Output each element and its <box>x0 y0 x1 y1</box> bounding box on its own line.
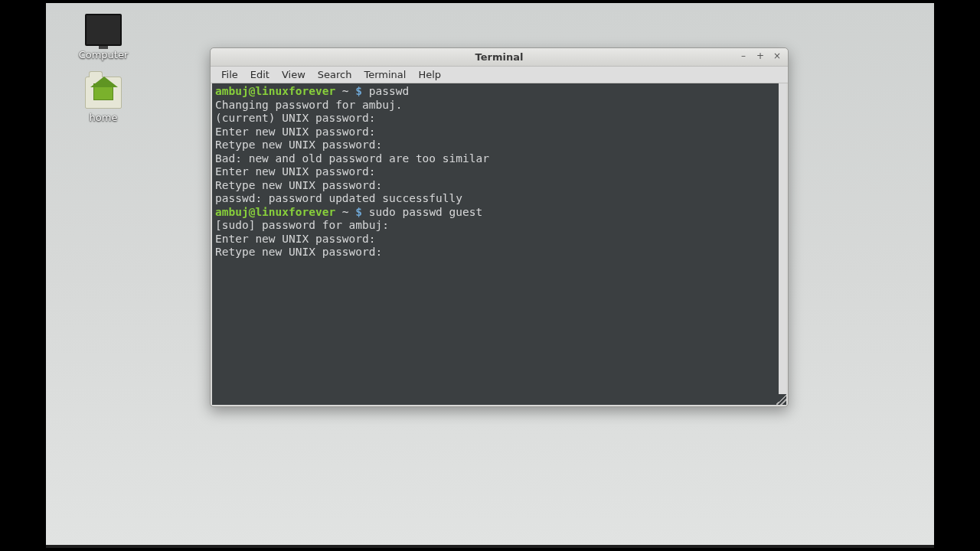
computer-icon <box>85 14 122 46</box>
terminal-line: Enter new UNIX password: <box>215 126 783 139</box>
terminal-line: passwd: password updated successfully <box>215 192 783 206</box>
terminal-line: Changing password for ambuj. <box>215 99 783 112</box>
terminal-line: Retype new UNIX password: <box>215 179 783 193</box>
desktop-icon-label: Computer <box>69 49 138 60</box>
window-minimize-button[interactable]: – <box>736 50 751 64</box>
menu-terminal[interactable]: Terminal <box>358 67 412 82</box>
window-menubar: File Edit View Search Terminal Help <box>211 67 788 83</box>
terminal-line: Retype new UNIX password: <box>215 139 783 152</box>
desktop-icon-home[interactable]: home <box>69 77 138 123</box>
window-title: Terminal <box>475 51 524 63</box>
terminal-line: ambuj@linuxforever ~ $ passwd <box>215 85 783 99</box>
window-titlebar[interactable]: Terminal – + × <box>211 48 788 67</box>
menu-help[interactable]: Help <box>412 67 447 82</box>
terminal-line: Retype new UNIX password: <box>215 246 783 259</box>
desktop-icon-label: home <box>69 112 138 123</box>
terminal-line: Bad: new and old password are too simila… <box>215 152 783 166</box>
desktop: Computer home Terminal – + × File Edit V… <box>46 3 934 548</box>
terminal-scrollbar[interactable] <box>779 83 786 394</box>
terminal-line: Enter new UNIX password: <box>215 233 783 246</box>
taskbar[interactable] <box>46 545 934 548</box>
home-folder-icon <box>85 77 122 109</box>
menu-view[interactable]: View <box>276 67 312 82</box>
window-close-button[interactable]: × <box>769 50 785 64</box>
desktop-icon-computer[interactable]: Computer <box>69 14 138 60</box>
terminal-output-area[interactable]: ambuj@linuxforever ~ $ passwdChanging pa… <box>212 83 786 405</box>
menu-file[interactable]: File <box>215 67 244 82</box>
terminal-line: Enter new UNIX password: <box>215 165 783 179</box>
menu-search[interactable]: Search <box>312 67 358 82</box>
window-maximize-button[interactable]: + <box>753 50 768 64</box>
terminal-line: ambuj@linuxforever ~ $ sudo passwd guest <box>215 206 783 220</box>
terminal-line: (current) UNIX password: <box>215 112 783 126</box>
menu-edit[interactable]: Edit <box>244 67 276 82</box>
window-resize-grip[interactable] <box>776 394 786 405</box>
terminal-window: Terminal – + × File Edit View Search Ter… <box>210 47 789 407</box>
terminal-line: [sudo] password for ambuj: <box>215 219 783 233</box>
